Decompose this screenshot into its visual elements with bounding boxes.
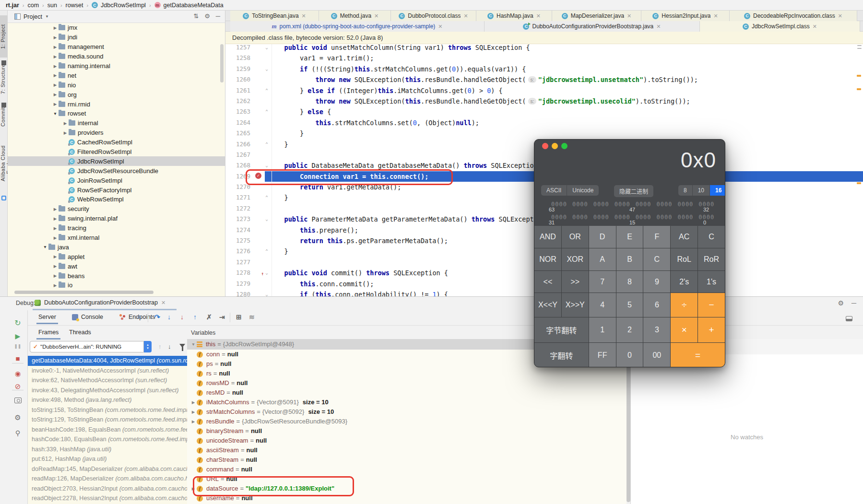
calc-button-D[interactable]: D — [589, 226, 616, 248]
stack-frame[interactable]: hash:339, HashMap (java.util) — [28, 445, 187, 455]
calc-button-RoL[interactable]: RoL — [671, 248, 697, 270]
calc-button-5[interactable]: 5 — [616, 293, 643, 317]
calc-button-F[interactable]: F — [643, 226, 670, 248]
close-icon[interactable]: ✕ — [627, 13, 631, 19]
stack-frame[interactable]: readObject:2278, Hessian2Input (com.alib… — [28, 493, 187, 504]
variable-unicodeStream[interactable]: funicodeStream=null — [187, 436, 627, 445]
stack-frame[interactable]: invoke:43, DelegatingMethodAccessorImpl … — [28, 386, 187, 396]
variable-strMatchColumns[interactable]: ▶fstrMatchColumns={Vector@5092}size = 10 — [187, 407, 627, 417]
hide-panel-icon[interactable]: ─ — [851, 299, 856, 307]
chevron-collapsed-icon[interactable]: ▶ — [52, 235, 59, 240]
resume-icon[interactable]: ▶ — [8, 332, 28, 340]
mute-breakpoints-icon[interactable]: ⊘ — [8, 382, 28, 391]
calc-button-E[interactable]: E — [616, 226, 643, 248]
tree-item-CachedRowSetImpl[interactable]: CCachedRowSetImpl — [8, 138, 225, 147]
chevron-collapsed-icon[interactable]: ▶ — [52, 273, 59, 278]
base-10-button[interactable]: 10 — [693, 185, 710, 196]
project-view-title[interactable]: Project — [24, 13, 42, 20]
step-over-icon[interactable]: ↷ — [154, 313, 160, 321]
chevron-collapsed-icon[interactable]: ▶ — [190, 484, 197, 493]
override-gutter-icon[interactable] — [255, 269, 263, 277]
chevron-collapsed-icon[interactable]: ▶ — [52, 54, 59, 59]
stack-frame[interactable]: readMap:126, MapDeserializer (com.alibab… — [28, 474, 187, 484]
chevron-expanded-icon[interactable]: ▼ — [42, 245, 48, 249]
calc-button-2_s[interactable]: 2's — [671, 271, 697, 293]
editor-tab-MapDeserializer-java[interactable]: CMapDeserializer.java✕ — [552, 11, 641, 21]
breadcrumb-item[interactable]: sun — [47, 2, 57, 9]
variable-username[interactable]: fusername=null — [187, 493, 627, 503]
filter-icon[interactable] — [179, 344, 185, 348]
thread-stepper[interactable]: ▲▼ — [144, 341, 152, 352]
tool-window-button--structure[interactable]: 7: Structure — [0, 59, 8, 100]
breadcrumb-item[interactable]: mgetDatabaseMetaData — [154, 2, 224, 9]
stack-frame[interactable]: readObject:2703, Hessian2Input (com.alib… — [28, 484, 187, 494]
chevron-collapsed-icon[interactable]: ▶ — [190, 407, 197, 417]
frames-tab-threads[interactable]: Threads — [69, 329, 91, 336]
chevron-collapsed-icon[interactable]: ▶ — [52, 45, 59, 49]
stripe-mark[interactable] — [857, 45, 862, 46]
calc-button-A[interactable]: A — [589, 248, 616, 270]
editor-tab-pom-xml[interactable]: mpom.xml (dubbo-spring-boot-auto-configu… — [230, 21, 485, 32]
variable-charStream[interactable]: fcharStream=null — [187, 455, 627, 465]
tree-item-awt[interactable]: ▶awt — [8, 261, 225, 271]
chevron-collapsed-icon[interactable]: ▶ — [52, 283, 59, 288]
chevron-collapsed-icon[interactable]: ▶ — [52, 216, 59, 221]
stack-frame[interactable]: beanHashCode:198, EqualsBean (com.rometo… — [28, 425, 187, 435]
hide-panel-icon[interactable]: ─ — [216, 12, 220, 20]
variable-rs[interactable]: frs=null — [187, 369, 627, 378]
horizontal-scrollbar[interactable] — [14, 291, 154, 294]
close-icon[interactable]: ✕ — [838, 13, 842, 19]
base-8-button[interactable]: 8 — [678, 185, 693, 196]
close-icon[interactable]: ✕ — [813, 23, 817, 30]
tree-item-beans[interactable]: ▶beans — [8, 271, 225, 281]
close-icon[interactable]: ✕ — [656, 23, 661, 30]
calculator-window[interactable]: 0x0 ASCIIUnicode 隐藏二进制 81016 00000000000… — [534, 139, 725, 367]
view-breakpoints-icon[interactable]: ◉ — [8, 370, 28, 377]
editor-tab-Hessian2Input-java[interactable]: CHessian2Input.java✕ — [641, 11, 730, 21]
tree-item-JdbcRowSetImpl[interactable]: CJdbcRowSetImpl — [8, 156, 225, 166]
close-icon[interactable]: ✕ — [438, 23, 442, 30]
breadcrumb-item[interactable]: CJdbcRowSetImpl — [92, 2, 146, 9]
tree-item-java[interactable]: ▼java — [8, 242, 225, 252]
variable-dataSource[interactable]: ▶fdataSource="ldap://127.0.0.1:1389/Expl… — [187, 484, 627, 493]
chevron-collapsed-icon[interactable]: ▶ — [62, 121, 69, 126]
chevron-collapsed-icon[interactable]: ▶ — [52, 207, 59, 211]
chevron-collapsed-icon[interactable]: ▶ — [52, 102, 59, 106]
stack-frame[interactable]: invoke:498, Method (java.lang.reflect) — [28, 395, 187, 405]
chevron-collapsed-icon[interactable]: ▶ — [52, 35, 59, 40]
close-icon[interactable]: ✕ — [713, 13, 718, 19]
calc-button-NOR[interactable]: NOR — [534, 248, 561, 270]
breakpoint-icon[interactable]: ✓ — [255, 173, 263, 180]
calc-button-X__Y[interactable]: X>>Y — [562, 293, 589, 317]
force-step-into-icon[interactable]: ↓ — [180, 313, 184, 321]
chevron-collapsed-icon[interactable]: ▶ — [52, 254, 59, 259]
tree-item-internal[interactable]: ▶internal — [8, 118, 225, 128]
editor-tab-HashMap-java[interactable]: CHashMap.java✕ — [476, 11, 552, 21]
tree-item-swing-internal-plaf[interactable]: ▶swing.internal.plaf — [8, 214, 225, 223]
tool-window-button--project[interactable]: 1: Project — [0, 15, 8, 58]
calc-button-00[interactable]: 00 — [643, 343, 670, 367]
tree-item-rmi-rmid[interactable]: ▶rmi.rmid — [8, 99, 225, 109]
editor-tab-DubboProtocol-class[interactable]: CDubboProtocol.class✕ — [391, 11, 476, 21]
calc-button-__[interactable]: << — [534, 271, 561, 293]
move-up-icon[interactable]: ↑ — [158, 343, 162, 350]
calc-button-____[interactable]: 字节翻转 — [534, 317, 589, 342]
stack-frame[interactable]: invoke0:-1, NativeMethodAccessorImpl (su… — [28, 366, 187, 376]
close-traffic-light[interactable] — [542, 143, 548, 149]
calc-button-7[interactable]: 7 — [589, 271, 616, 293]
editor-tab-DubboAutoConfigurationProviderBootstrap-java[interactable]: CDubboAutoConfigurationProviderBootstrap… — [485, 21, 700, 32]
mode-ascii-button[interactable]: ASCII — [541, 185, 567, 196]
rerun-icon[interactable]: ↻ — [8, 318, 28, 328]
stripe-warning-mark[interactable] — [857, 182, 861, 184]
chevron-collapsed-icon[interactable]: ▶ — [52, 64, 59, 69]
tree-item-media-sound[interactable]: ▶media.sound — [8, 52, 225, 61]
chevron-collapsed-icon[interactable]: ▶ — [52, 264, 59, 269]
view-tab-console[interactable]: Console — [72, 314, 103, 320]
close-icon[interactable]: ✕ — [161, 300, 166, 306]
breadcrumb-item[interactable]: com — [27, 2, 39, 9]
stop-icon[interactable]: ■ — [8, 354, 28, 363]
calc-button-_[interactable]: − — [698, 293, 725, 317]
breadcrumb-item[interactable]: rt.jar — [6, 2, 19, 9]
tree-item-providers[interactable]: ▶providers — [8, 128, 225, 138]
tool-window-button-alibaba-cloud-explorer[interactable]: Alibaba Cloud Explorer — [0, 134, 8, 193]
